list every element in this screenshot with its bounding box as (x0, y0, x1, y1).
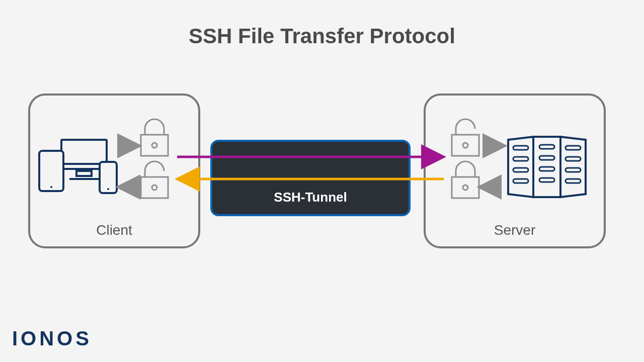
svg-rect-8 (141, 135, 168, 156)
svg-rect-12 (452, 135, 479, 156)
svg-rect-14 (452, 177, 479, 198)
svg-point-15 (463, 185, 468, 190)
svg-rect-18 (513, 157, 528, 161)
lock-open-icon (452, 119, 479, 156)
client-devices-icon (39, 140, 117, 193)
brand-logo: IONOS (12, 327, 92, 350)
svg-rect-24 (539, 178, 554, 182)
svg-rect-21 (539, 145, 554, 149)
svg-rect-2 (76, 171, 92, 176)
diagram-svg (0, 0, 644, 362)
svg-point-13 (463, 143, 468, 148)
svg-rect-23 (539, 167, 554, 171)
tablet-icon (39, 151, 63, 191)
svg-rect-26 (566, 157, 581, 161)
lock-closed-icon (452, 161, 479, 198)
lock-closed-icon (141, 119, 168, 156)
svg-point-7 (107, 188, 109, 190)
svg-point-5 (50, 186, 52, 188)
svg-rect-19 (513, 168, 528, 172)
svg-rect-22 (539, 156, 554, 160)
svg-rect-4 (39, 151, 63, 191)
phone-icon (100, 162, 117, 193)
lock-open-icon (141, 161, 168, 198)
svg-rect-17 (513, 146, 528, 150)
server-rack-icon (508, 137, 586, 197)
svg-point-9 (152, 143, 157, 148)
svg-point-11 (152, 185, 157, 190)
svg-rect-10 (141, 177, 168, 198)
svg-rect-28 (566, 179, 581, 183)
svg-rect-20 (513, 179, 528, 183)
svg-rect-27 (566, 168, 581, 172)
svg-rect-25 (566, 146, 581, 150)
